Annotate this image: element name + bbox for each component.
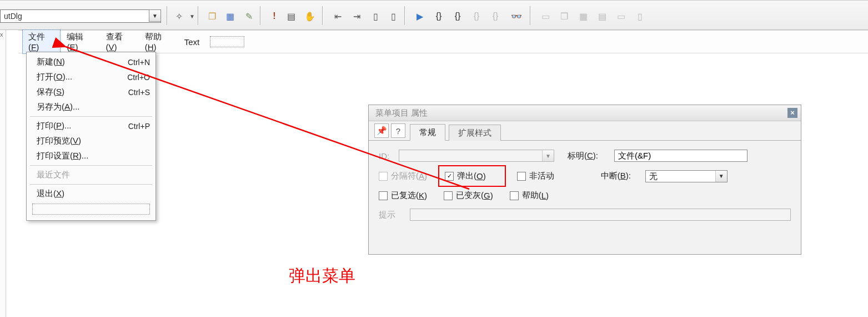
tab-extended[interactable]: 扩展样式 (449, 125, 501, 141)
braces-grey2-icon: {} (489, 9, 502, 23)
help-checkbox[interactable]: 帮助(L) (510, 190, 549, 201)
main-toolbar: ▼ ✧ ▼ ❐ ▦ ✎ ! ▤ ✋ ⇤ ⇥ ▯ ▯ ▶ {} {} {} {} … (0, 0, 868, 30)
menu-print-preview[interactable]: 打印预览(V) (27, 133, 155, 148)
window-icon: ▭ (539, 9, 552, 23)
menu-item-text[interactable]: Text (178, 35, 206, 49)
list-icon[interactable]: ▤ (284, 9, 298, 23)
caption-label: 标明(C): (568, 151, 614, 161)
menu-print[interactable]: 打印(P)... Ctrl+P (27, 118, 155, 133)
menu-open[interactable]: 打开(O)... Ctrl+O (27, 70, 155, 85)
braces-grey-icon: {} (470, 9, 483, 23)
menu-new-item-placeholder[interactable] (32, 204, 150, 215)
dup-window-icon: ❐ (558, 9, 571, 23)
wizard-icon[interactable]: ✧ (172, 9, 185, 23)
wizard-drop-icon[interactable]: ▼ (185, 9, 199, 23)
menu-item-view[interactable]: 查看(V) (100, 29, 139, 54)
menu-save[interactable]: 保存(S) Ctrl+S (27, 85, 155, 100)
doc-right-icon[interactable]: ▯ (387, 9, 400, 23)
menu-editor-bar: 文件(F) 编辑(E) 查看(V) 帮助(H) Text (22, 35, 244, 48)
dialog-icon: ▯ (633, 9, 646, 23)
table-icon: ▦ (576, 9, 590, 23)
prompt-input (410, 209, 791, 221)
properties-title: 菜单项目 属性 × (369, 105, 801, 121)
exclaim-icon[interactable]: ! (268, 9, 281, 23)
menu-item-edit[interactable]: 编辑(E) (61, 29, 99, 54)
menu-exit[interactable]: 退出(X) (27, 186, 155, 201)
properties-panel: 菜单项目 属性 × 📌 ? 常规 扩展样式 ID: ▼ 标明(C): (368, 105, 801, 255)
glasses-icon[interactable]: 👓 (510, 9, 523, 23)
properties-tabs: 📌 ? 常规 扩展样式 (369, 121, 801, 141)
menu-saveas[interactable]: 另存为(A)... (27, 100, 155, 115)
menu-new-placeholder[interactable] (210, 36, 244, 47)
prompt-label: 提示 (379, 210, 410, 220)
menu-item-file[interactable]: 文件(F) (22, 29, 61, 54)
grid-icon[interactable]: ▦ (223, 9, 237, 23)
separator-checkbox: 分隔符(A) (379, 171, 427, 181)
file-dropdown: 新建(N) Ctrl+N 打开(O)... Ctrl+O 保存(S) Ctrl+… (26, 52, 156, 221)
indent-left-icon[interactable]: ⇤ (331, 9, 344, 23)
class-combo[interactable] (0, 9, 161, 23)
id-label: ID: (379, 151, 399, 161)
braces2-icon[interactable]: {} (451, 9, 464, 23)
id-combo-drop: ▼ (542, 150, 554, 161)
popup-checkbox[interactable]: ✓弹出(O) (438, 165, 506, 187)
left-gutter (0, 30, 6, 317)
form-icon: ▤ (595, 9, 609, 23)
tool-icon: ▭ (614, 9, 628, 23)
properties-close-button[interactable]: × (787, 108, 797, 118)
inactive-checkbox[interactable]: 非活动 (517, 171, 554, 181)
panel-close-x[interactable]: x (0, 31, 3, 38)
menu-print-setup[interactable]: 打印设置(R)... (27, 148, 155, 164)
break-label: 中断(B): (601, 171, 645, 181)
braces-icon[interactable]: {} (432, 9, 445, 23)
brush-icon[interactable]: ✎ (242, 9, 255, 23)
pushpin-icon[interactable]: 📌 (374, 123, 389, 138)
menu-new[interactable]: 新建(N) Ctrl+N (27, 55, 155, 70)
grayed-checkbox[interactable]: 已变灰(G) (444, 190, 493, 201)
doc-left-icon[interactable]: ▯ (369, 9, 382, 23)
class-combo-drop[interactable]: ▼ (149, 9, 161, 22)
play-icon[interactable]: ▶ (413, 9, 427, 23)
stack-icon[interactable]: ❐ (205, 9, 219, 23)
caption-input[interactable] (614, 150, 747, 162)
menu-item-help[interactable]: 帮助(H) (139, 29, 178, 54)
break-select-drop[interactable]: ▼ (715, 171, 727, 182)
tab-general[interactable]: 常规 (410, 124, 445, 141)
hand-icon[interactable]: ✋ (303, 9, 317, 23)
menu-recent: 最近文件 (27, 167, 155, 182)
checked-checkbox[interactable]: 已复选(K) (379, 190, 427, 201)
indent-right-icon[interactable]: ⇥ (350, 9, 363, 23)
break-select[interactable]: 无 ▼ (645, 170, 727, 182)
annotation-text: 弹出菜单 (289, 265, 355, 288)
help-icon[interactable]: ? (391, 123, 405, 138)
id-combo: ▼ (399, 150, 554, 162)
